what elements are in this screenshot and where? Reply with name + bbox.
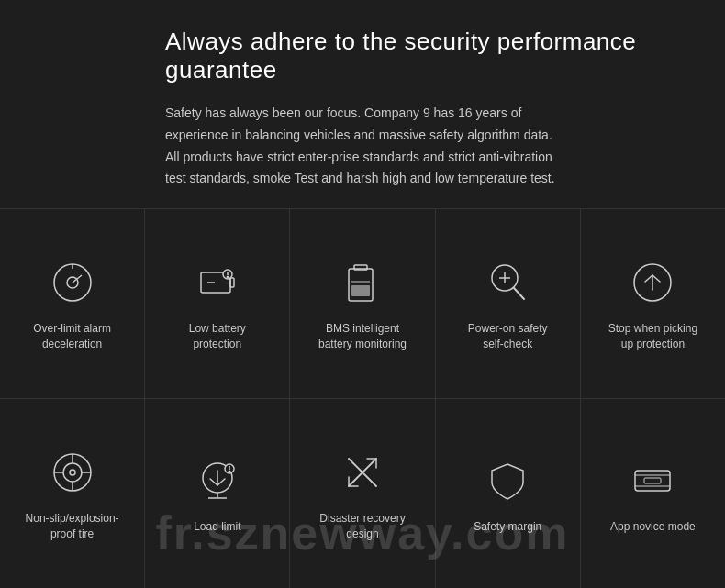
battery-warning-icon <box>190 255 245 310</box>
cell-label-over-limit: Over-limit alarm deceleration <box>22 321 123 352</box>
description: Safety has always been our focus. Compan… <box>165 103 560 190</box>
svg-point-33 <box>229 471 230 472</box>
svg-point-22 <box>70 470 75 475</box>
svg-line-3 <box>72 275 82 283</box>
cell-label-load-limit: Load limit <box>194 519 240 535</box>
grid-row-1: Over-limit alarm deceleration Low batter… <box>0 208 725 398</box>
cell-label-safety-margin: Safety margin <box>474 519 541 535</box>
cell-label-tire: Non-slip/explosion-proof tire <box>22 511 123 542</box>
cell-over-limit-alarm: Over-limit alarm deceleration <box>0 209 145 398</box>
svg-rect-36 <box>635 471 670 491</box>
speedometer-icon <box>45 255 100 310</box>
svg-rect-11 <box>354 265 367 270</box>
svg-point-9 <box>227 277 229 279</box>
cell-tire: Non-slip/explosion-proof tire <box>0 399 145 588</box>
battery-half-icon <box>335 255 390 310</box>
cell-label-disaster: Disaster recovery design <box>312 511 413 542</box>
cell-label-low-battery: Low battery protection <box>167 321 268 352</box>
cell-label-app-novice: App novice mode <box>610 519 696 535</box>
grid-row-2: Non-slip/explosion-proof tire <box>0 398 725 588</box>
svg-line-15 <box>514 288 524 299</box>
cell-safety-margin: Safety margin <box>436 399 581 588</box>
grid-section: Over-limit alarm deceleration Low batter… <box>0 208 725 588</box>
svg-point-21 <box>63 463 82 482</box>
load-limit-icon <box>190 453 245 508</box>
cell-label-power-on: Power-on safety self-check <box>457 321 558 352</box>
tire-icon <box>45 445 100 500</box>
main-title: Always adhere to the security performanc… <box>165 28 697 84</box>
cell-bms: BMS intelligent battery monitoring <box>290 209 435 398</box>
svg-rect-39 <box>644 478 661 483</box>
svg-rect-5 <box>230 278 234 287</box>
cell-app-novice: App novice mode <box>581 399 725 588</box>
cross-arrows-icon <box>335 445 390 500</box>
svg-rect-12 <box>351 285 370 296</box>
cell-load-limit: Load limit <box>145 399 290 588</box>
cell-disaster-recovery: Disaster recovery design <box>290 399 435 588</box>
cell-stop-pickup: Stop when picking up protection <box>581 209 725 398</box>
header-section: Always adhere to the security performanc… <box>0 0 725 208</box>
magnify-circle-icon <box>480 255 535 310</box>
main-container: Always adhere to the security performanc… <box>0 0 725 588</box>
cell-power-on-safety: Power-on safety self-check <box>436 209 581 398</box>
shield-icon <box>480 453 535 508</box>
cell-low-battery: Low battery protection <box>145 209 290 398</box>
cell-label-stop-pickup: Stop when picking up protection <box>602 321 703 352</box>
arrow-up-circle-icon <box>625 255 680 310</box>
tablet-icon <box>625 453 680 508</box>
cell-label-bms: BMS intelligent battery monitoring <box>312 321 413 352</box>
